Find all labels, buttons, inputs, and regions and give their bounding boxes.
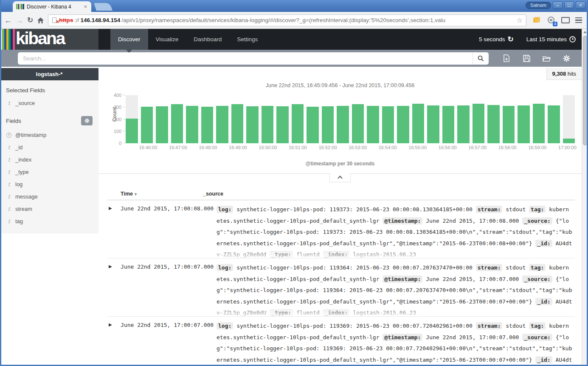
histogram-bar[interactable]: [292, 95, 304, 143]
expand-row-icon[interactable]: ▶: [107, 262, 121, 316]
nav-tab-dashboard[interactable]: Dashboard: [186, 29, 229, 50]
hangouts-icon[interactable]: 4: [546, 16, 556, 25]
back-button[interactable]: ←: [4, 17, 12, 24]
field-item-message[interactable]: tmessage: [0, 190, 98, 203]
open-search-icon[interactable]: [542, 54, 551, 62]
histogram-bar[interactable]: [141, 95, 153, 143]
menu-icon[interactable]: [575, 17, 582, 23]
histogram-bar[interactable]: [367, 95, 379, 143]
kibana-logo[interactable]: kibana: [0, 29, 98, 50]
home-button[interactable]: [37, 17, 44, 24]
histogram-bar[interactable]: [427, 95, 439, 143]
page-scrollbar[interactable]: [582, 29, 588, 366]
new-search-icon[interactable]: [502, 54, 511, 62]
histogram-bar[interactable]: [563, 95, 575, 143]
histogram-bar[interactable]: [307, 95, 319, 143]
maximize-button[interactable]: □: [564, 1, 574, 9]
minimize-button[interactable]: –: [553, 1, 563, 9]
histogram-bar[interactable]: [503, 95, 515, 143]
selected-fields-heading: Selected Fields: [0, 80, 98, 97]
scrollbar-thumb[interactable]: [583, 36, 587, 145]
refresh-interval-label: 5 seconds: [479, 36, 505, 43]
close-button[interactable]: ×: [576, 1, 585, 9]
tab-close-icon[interactable]: ×: [83, 3, 88, 10]
time-range-picker[interactable]: Last 15 minutes: [526, 36, 576, 43]
field-item-_source[interactable]: t_source: [0, 97, 98, 109]
doc-table: Time▾ _source ▶June 22nd 2015, 17:00:08.…: [107, 191, 575, 366]
scrollbar-up-arrow[interactable]: [582, 29, 588, 35]
histogram-bar[interactable]: [473, 95, 485, 143]
histogram-bar[interactable]: [397, 95, 409, 143]
expand-row-icon[interactable]: ▶: [107, 321, 121, 366]
histogram-bar[interactable]: [548, 95, 560, 143]
histogram-bar[interactable]: [201, 95, 214, 143]
x-tick: 17:00:00: [558, 145, 577, 150]
time-column-header[interactable]: Time▾: [107, 191, 203, 197]
histogram-bar[interactable]: [352, 95, 364, 143]
nav-tab-discover[interactable]: Discover: [110, 29, 148, 50]
chevron-up-icon: [338, 176, 342, 180]
reload-button[interactable]: ↻: [27, 16, 33, 25]
histogram-bar[interactable]: [171, 95, 183, 143]
histogram-bar[interactable]: [156, 95, 168, 143]
field-item-_id[interactable]: t_id: [0, 141, 98, 153]
save-search-icon[interactable]: [522, 54, 531, 62]
field-name: _index: [15, 156, 31, 163]
field-badge: _id:: [535, 356, 552, 363]
ssl-error-icon[interactable]: ✕: [52, 17, 58, 24]
field-item-_type[interactable]: t_type: [0, 166, 98, 178]
field-item-stream[interactable]: tstream: [0, 203, 98, 215]
date-type-icon: [6, 133, 12, 138]
histogram-bar[interactable]: [442, 95, 455, 143]
histogram-bar[interactable]: [276, 95, 289, 143]
histogram-bar[interactable]: [457, 95, 470, 143]
browser-tab[interactable]: Discover - Kibana 4 ×: [13, 1, 91, 12]
field-name: @timestamp: [15, 132, 46, 138]
settings-gear-icon[interactable]: [562, 54, 571, 62]
expand-row-icon[interactable]: ▶: [107, 204, 121, 258]
x-tick: 16:49:00: [229, 145, 247, 150]
histogram-bar[interactable]: [262, 95, 274, 143]
histogram-bar[interactable]: [186, 95, 198, 143]
bookmark-star-icon[interactable]: ☆: [517, 16, 523, 24]
nav-tab-settings[interactable]: Settings: [229, 29, 265, 50]
x-tick: 16:47:00: [169, 145, 187, 150]
field-badge: tag:: [529, 322, 546, 329]
field-settings-gear-icon[interactable]: [81, 116, 93, 125]
search-input[interactable]: [18, 52, 473, 65]
collapse-chart-button[interactable]: [329, 173, 351, 182]
nav-tab-visualize[interactable]: Visualize: [148, 29, 186, 50]
field-item-@timestamp[interactable]: @timestamp: [0, 129, 98, 141]
field-item-log[interactable]: tlog: [0, 178, 98, 190]
kibana-logo-stripes: [0, 29, 15, 50]
histogram-bar[interactable]: [518, 95, 530, 143]
histogram-bar[interactable]: [231, 95, 244, 143]
x-tick: 16:57:00: [468, 145, 487, 150]
histogram-bar[interactable]: [533, 95, 545, 143]
row-time: June 22nd 2015, 17:00:08.000: [121, 204, 217, 258]
histogram-bar[interactable]: [246, 95, 259, 143]
histogram-bar[interactable]: [322, 95, 334, 143]
field-item-_index[interactable]: t_index: [0, 153, 98, 166]
field-item-tag[interactable]: ttag: [0, 215, 98, 227]
histogram-chart[interactable]: Count 0100200300400 16:46:0016:47:0016:4…: [126, 95, 575, 160]
forward-button[interactable]: →: [16, 17, 23, 24]
histogram-bar[interactable]: [216, 95, 228, 143]
histogram-bar[interactable]: [382, 95, 394, 143]
search-button[interactable]: [473, 52, 489, 65]
cast-icon[interactable]: [561, 16, 570, 25]
field-name: message: [15, 193, 38, 200]
refresh-interval-picker[interactable]: 5 seconds ↻: [479, 35, 514, 44]
index-pattern-header[interactable]: logstash-*: [0, 68, 98, 80]
histogram-bar[interactable]: [337, 95, 349, 143]
histogram-bar[interactable]: [126, 95, 138, 143]
profile-button[interactable]: Satnam: [526, 2, 551, 9]
field-badge: _index:: [323, 251, 350, 258]
new-tab-button[interactable]: [94, 3, 113, 11]
url-bar[interactable]: ✕ https :// 146.148.94.154 /api/v1/proxy…: [48, 14, 526, 26]
extension-icon[interactable]: [532, 16, 541, 25]
field-badge: tag:: [529, 206, 546, 213]
histogram-bar[interactable]: [412, 95, 425, 143]
histogram-bar[interactable]: [487, 95, 500, 143]
y-tick: 200: [114, 117, 121, 122]
